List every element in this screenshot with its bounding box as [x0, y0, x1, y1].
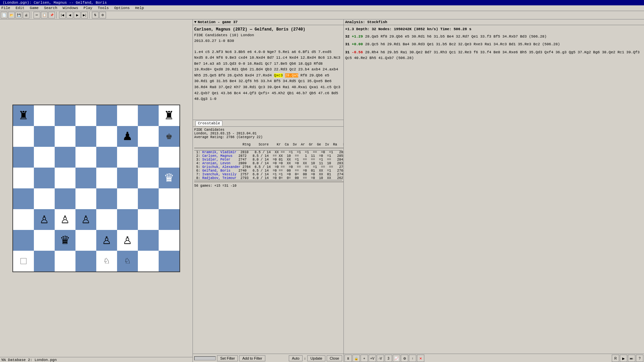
cell-a7[interactable] — [13, 126, 34, 147]
chessboard[interactable]: ♜ ♜ ♟ ♚ — [12, 105, 180, 272]
cell-g2[interactable] — [138, 230, 159, 251]
menu-file[interactable]: File — [1, 6, 10, 10]
menu-edit[interactable]: Edit — [15, 6, 24, 10]
menu-help[interactable]: Help — [135, 6, 144, 10]
analysis-minus-v[interactable]: -V — [377, 355, 384, 362]
cell-d2[interactable] — [75, 230, 96, 251]
cell-e6[interactable] — [96, 147, 117, 168]
cell-d5[interactable] — [75, 168, 96, 188]
cell-h4[interactable] — [159, 188, 179, 209]
cell-c5[interactable] — [55, 168, 75, 188]
cell-a8[interactable]: ♜ — [13, 105, 34, 126]
menu-play[interactable]: Play — [84, 6, 92, 10]
cell-f6[interactable] — [117, 147, 138, 168]
cell-b7[interactable] — [34, 126, 55, 147]
cell-a4[interactable] — [13, 188, 34, 209]
cell-e8[interactable] — [96, 105, 117, 126]
cell-h5[interactable]: ♛ — [159, 168, 179, 188]
close-button[interactable]: Close — [327, 355, 342, 361]
cell-d1[interactable] — [75, 251, 96, 272]
analysis-r4[interactable]: ? — [636, 355, 643, 362]
add-to-filter-button[interactable]: Add to Filter — [239, 355, 265, 361]
cell-d7[interactable] — [75, 126, 96, 147]
notation-collapse-icon[interactable]: ▼ — [194, 20, 197, 24]
cell-g6[interactable] — [138, 147, 159, 168]
cell-h3[interactable] — [159, 209, 179, 230]
analysis-red-x[interactable]: ✕ — [417, 355, 424, 362]
toolbar-cut[interactable]: ✂ — [34, 12, 40, 18]
cell-g8[interactable] — [138, 105, 159, 126]
cell-f7[interactable]: ♟ — [117, 126, 138, 147]
cell-e2[interactable]: ♙ — [96, 230, 117, 251]
cell-d4[interactable] — [75, 188, 96, 209]
cell-g3[interactable] — [138, 209, 159, 230]
cell-c3[interactable]: ♙ — [55, 209, 75, 230]
analysis-lock[interactable]: 🔒 — [353, 355, 360, 362]
toolbar-save[interactable]: 💾 — [15, 12, 22, 18]
analysis-stop[interactable]: ⏸ — [344, 355, 352, 362]
ct-row-4[interactable]: 4: Aronian, Levon 2809 8.0 / 14 =0 =0 XX… — [194, 162, 342, 165]
update-button[interactable]: Update — [307, 355, 325, 361]
cell-b5[interactable] — [34, 168, 55, 188]
menu-windows[interactable]: Windows — [63, 6, 78, 10]
analysis-r2[interactable]: ▶ — [620, 355, 627, 362]
cell-f5[interactable] — [117, 168, 138, 188]
toolbar-print[interactable]: 🖨 — [23, 12, 30, 18]
toolbar-prev[interactable]: ◀ — [66, 12, 73, 18]
toolbar-copy[interactable]: 📋 — [41, 12, 48, 18]
auto-button[interactable]: Auto — [289, 355, 303, 361]
ct-scrollbar[interactable] — [194, 356, 216, 360]
tab-crosstable[interactable]: Crosstable — [196, 121, 222, 126]
analysis-up[interactable]: ↑ — [409, 355, 416, 362]
cell-a5[interactable] — [13, 168, 34, 188]
menu-tools[interactable]: Tools — [98, 6, 109, 10]
cell-c8[interactable] — [55, 105, 75, 126]
analysis-r1[interactable]: R — [612, 355, 619, 362]
cell-h2[interactable] — [159, 230, 179, 251]
cell-c2[interactable]: ♛ — [55, 230, 75, 251]
toolbar-analyze[interactable]: ⚙ — [99, 12, 106, 18]
menu-search[interactable]: Search — [44, 6, 57, 10]
toolbar-open[interactable]: 📂 — [8, 12, 15, 18]
cell-g1[interactable] — [138, 251, 159, 272]
cell-d3[interactable]: ♙ — [75, 209, 96, 230]
cell-h1[interactable] — [159, 251, 179, 272]
cell-b8[interactable] — [34, 105, 55, 126]
ct-row-8[interactable]: 8: Radjabov, Teimour 2793 4.0 / 14 =0 0=… — [194, 176, 342, 180]
cell-b4[interactable] — [34, 188, 55, 209]
cell-c6[interactable] — [55, 147, 75, 168]
cell-a6[interactable] — [13, 147, 34, 168]
ct-row-1[interactable]: 1: Kramnik, Vladimir 2810 8.5 / 14 XX ==… — [194, 150, 342, 154]
cell-c1[interactable] — [55, 251, 75, 272]
set-filter-button[interactable]: Set Filter — [217, 355, 238, 361]
toolbar-next[interactable]: ▶ — [74, 12, 80, 18]
ct-row-3[interactable]: 3: Svidler, Peter 2747 8.0 / 14 =0 01 XX… — [194, 158, 342, 162]
cell-e1[interactable]: ♘ — [96, 251, 117, 272]
cell-b1[interactable] — [34, 251, 55, 272]
analysis-graph[interactable]: 📈 — [393, 355, 400, 362]
cell-f2[interactable]: ♙ — [117, 230, 138, 251]
cell-e7[interactable] — [96, 126, 117, 147]
analysis-depth[interactable]: 3 — [385, 355, 392, 362]
cell-h8[interactable]: ♜ — [159, 105, 179, 126]
ct-row-6[interactable]: 6: Gelfand, Boris 2740 6.5 / 14 =0 == 00… — [194, 169, 342, 173]
cell-e5[interactable] — [96, 168, 117, 188]
cell-a2[interactable] — [13, 230, 34, 251]
cell-f8[interactable] — [117, 105, 138, 126]
cell-d6[interactable] — [75, 147, 96, 168]
toolbar-first[interactable]: |◀ — [59, 12, 66, 18]
ct-row-2[interactable]: 2: Carlsen, Magnus 2872 8.5 / 14 == XX 1… — [194, 154, 342, 158]
analysis-settings[interactable]: ⚙ — [401, 355, 408, 362]
cell-a1[interactable] — [13, 251, 34, 272]
cell-g7[interactable] — [138, 126, 159, 147]
toolbar-new[interactable]: 📄 — [1, 12, 7, 18]
cell-f1[interactable]: ♘ — [117, 251, 138, 272]
cell-d8[interactable] — [75, 105, 96, 126]
toolbar-last[interactable]: ▶| — [81, 12, 88, 18]
cell-a3[interactable] — [13, 209, 34, 230]
cell-h6[interactable] — [159, 147, 179, 168]
ct-row-7[interactable]: 7: Ivanchuk, Vassily 2757 6.0 / 14 =1 =1… — [194, 173, 342, 176]
cell-c4[interactable] — [55, 188, 75, 209]
cell-e4[interactable] — [96, 188, 117, 209]
toolbar-flip[interactable]: ⇅ — [92, 12, 99, 18]
